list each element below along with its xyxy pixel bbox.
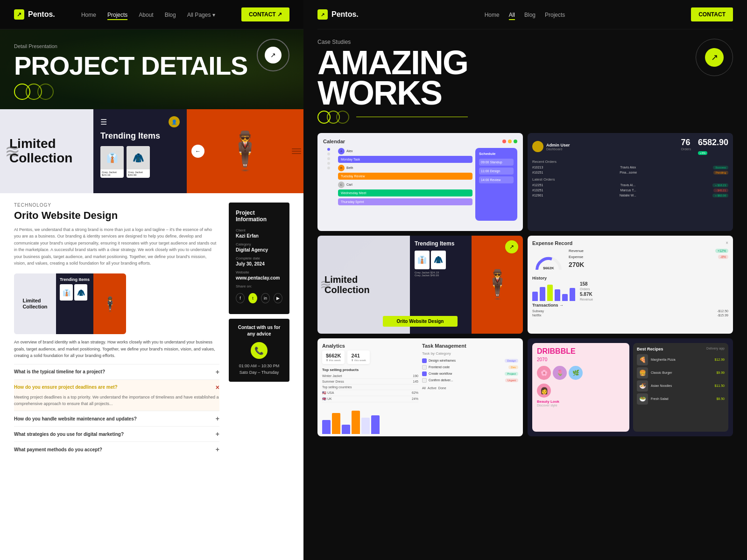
exp-close-icon[interactable]: × (726, 240, 728, 245)
project-preview: ≋ Limited Collection ☰ 👤 Trending Items … (0, 109, 303, 193)
portfolio-item-expense[interactable]: Expense Record × $662K Revenue +12% Expe… (528, 236, 733, 334)
nav-item-home[interactable]: Home (81, 10, 96, 19)
faq-section: What is the typical timeline for a proje… (14, 364, 219, 457)
thumb-card-1: 👔 (60, 284, 73, 301)
faq-item-5: What payment methods do you accept? + (14, 441, 219, 457)
right-nav-all[interactable]: All (509, 10, 515, 19)
portfolio-item-dribbble[interactable]: DRIBBBLE 2070 🌸 🌷 🌿 👩 Beauty Look Discov… (528, 338, 733, 436)
cal-avatar-2: B (338, 165, 345, 171)
an-stats: $662K ⬆ this week 241 ⬆ this week (322, 350, 418, 364)
faq-item-2: How do you ensure project deadlines are … (14, 379, 219, 411)
faq-question-2[interactable]: How do you ensure project deadlines are … (14, 384, 219, 391)
cal-nav (323, 148, 334, 221)
ts-product-1: Winter Jacket (322, 374, 342, 378)
dash-subtitle: Dashboard (546, 147, 570, 151)
drib-circles: 🌸 🌷 🌿 (537, 366, 625, 380)
tech-label: Technology (14, 203, 219, 208)
faq-question-3[interactable]: How do you handle website maintenance an… (14, 415, 219, 422)
dash-recent: Recent Orders #10213 Travis Alex Success… (532, 160, 728, 197)
deco-circle-outer: ↗ (696, 39, 733, 76)
preview-center-header: ☰ 👤 (100, 116, 180, 127)
food-title: Best Recipes (637, 347, 663, 351)
order-name-2: Pina...some (620, 171, 637, 174)
dash-recent-orders-title: Recent Orders (532, 160, 728, 164)
food-header: Best Recipes Delivery app (637, 347, 725, 351)
trending-title: Trending Items (100, 131, 180, 141)
cal-user-1: A Alex (338, 148, 472, 154)
task-check-1 (422, 358, 427, 363)
cal-avatar-1: A (338, 148, 345, 154)
ts-country-val-2: 24% (412, 397, 418, 401)
portfolio-item-dashboard[interactable]: Admin User Dashboard 76 Orders 6582.90 +… (528, 133, 733, 231)
nav-item-blog[interactable]: Blog (165, 10, 176, 19)
faq-item-3: How do you handle website maintenance an… (14, 411, 219, 426)
portfolio-item-orito[interactable]: ≋ LimitedCollection Trending Items 👔 🧥 G… (317, 236, 523, 334)
faq-close-icon-2: × (216, 384, 219, 391)
view-project-button[interactable]: Orito Website Design (383, 316, 458, 327)
ts-title: Top selling products (322, 368, 418, 372)
trans-amount-1: -$12.50 (717, 309, 728, 313)
portfolio-item-analytics[interactable]: Analytics $662K ⬆ this week 241 ⬆ this w… (317, 338, 523, 436)
cal-close-dot (502, 140, 506, 143)
detail-label: Detail Presentation (14, 43, 289, 49)
an-orders-label: ⬆ this week (351, 358, 366, 362)
right-nav-projects[interactable]: Projects (545, 10, 565, 19)
dash-order-1: #10213 Travis Alex Success (532, 166, 728, 169)
order-id-4: #13251 (532, 189, 543, 192)
nav-links: Home Projects About Blog All Pages ▾ (81, 10, 215, 19)
hero-title-line2: DETAILS (141, 51, 247, 80)
website-label: Website (236, 270, 282, 274)
faq-question-4[interactable]: What strategies do you use for digital m… (14, 430, 219, 438)
task-check-4 (422, 378, 427, 383)
hero-badge: ↗ (257, 39, 289, 71)
faq-question-1[interactable]: What is the typical timeline for a proje… (14, 368, 219, 376)
cal-nav-dot-3 (327, 157, 330, 160)
orito-card-1: 👔 (415, 251, 430, 269)
contact-button[interactable]: CONTACT ↗ (241, 7, 289, 21)
faq-question-text-5: What payment methods do you accept? (14, 447, 102, 452)
drib-avatar: 👩 (537, 384, 551, 398)
thumb-center: Trending Items 👔 🧥 (56, 273, 93, 334)
cal-schedule-3: 14:00 Review (479, 176, 514, 183)
cal-body: A Alex Monday Task B Beth Tuesday Review… (323, 148, 517, 221)
food-img-4: 🥗 (637, 393, 648, 405)
youtube-icon[interactable]: ▶ (274, 293, 282, 303)
instagram-icon[interactable]: in (261, 293, 270, 303)
food-name-1: Margherita Pizza (651, 358, 712, 361)
task-filter-3[interactable]: Done (438, 386, 446, 390)
hero-rings (14, 84, 289, 100)
nav-item-projects[interactable]: Projects (107, 10, 127, 19)
right-logo-icon: ↗ (317, 9, 328, 20)
faq-question-5[interactable]: What payment methods do you accept? + (14, 446, 219, 453)
amazing-title: AMAZING WORKS (317, 48, 468, 108)
drib-year: 2070 (537, 357, 625, 362)
category-label: Category (236, 242, 282, 246)
task-filter-2[interactable]: Active (428, 386, 437, 390)
portfolio-grid: Calendar A (317, 133, 733, 546)
nav-item-about[interactable]: About (139, 10, 153, 19)
twitter-icon[interactable]: t (248, 293, 257, 303)
exp-stat-1: Revenue +12% (569, 249, 728, 253)
an-revenue-val: $662K (326, 353, 341, 358)
cal-user-name-2: Beth (346, 166, 353, 169)
right-nav-blog[interactable]: Blog (524, 10, 536, 19)
dash-stat-revenue: 6582.90 +4% (698, 138, 728, 156)
right-contact-button[interactable]: CONTACT (691, 7, 733, 21)
phone-icon[interactable]: 📞 (251, 342, 268, 359)
content-left: Technology Orito Website Design At Pento… (14, 203, 219, 551)
nav-item-allpages[interactable]: All Pages ▾ (187, 10, 215, 19)
food-name-4: Fresh Salad (651, 397, 713, 400)
facebook-icon[interactable]: f (236, 293, 245, 303)
order-id-3: #12251 (532, 183, 543, 187)
project-info-panel: Project Information Client Kazi Erfan Ca… (229, 203, 289, 551)
task-badge-4: Urgent (505, 378, 518, 382)
task-filter-1[interactable]: All (422, 386, 426, 390)
product-card-2: 🧥 Grey Jacket$49.99 (127, 146, 150, 178)
preview-right: ← 🕴 (187, 109, 303, 193)
faq-plus-icon-4: + (216, 430, 219, 438)
deco-circle-inner: ↗ (705, 48, 724, 67)
portfolio-item-calendar[interactable]: Calendar A (317, 133, 523, 231)
faq-plus-icon-5: + (216, 446, 219, 453)
right-nav-home[interactable]: Home (485, 10, 500, 19)
arrow-overlay[interactable]: ← (191, 145, 204, 158)
